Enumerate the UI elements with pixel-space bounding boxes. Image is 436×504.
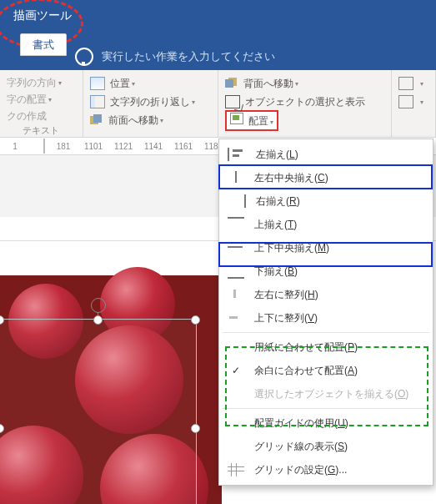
selection-pane-icon [225, 95, 240, 108]
tab-format[interactable]: 書式 [20, 33, 67, 56]
menu-separator [223, 408, 429, 409]
rotate-icon [398, 95, 413, 108]
align-dropdown-menu: 左揃え(L) 左右中央揃え(C) 右揃え(R) 上揃え(T) 上下中央揃え(M)… [218, 139, 433, 486]
wrap-icon [90, 95, 105, 108]
create-link-button[interactable]: クの作成 [7, 108, 76, 124]
align-menu-button[interactable]: 配置▾ [225, 111, 384, 129]
resize-handle[interactable] [191, 424, 200, 433]
ribbon-group-arrange2: 背面へ移動▾ オブジェクトの選択と表示 配置▾ [218, 70, 392, 137]
bring-forward-icon [90, 114, 103, 126]
position-icon [90, 77, 105, 90]
send-backward-icon [225, 78, 238, 89]
resize-handle[interactable] [93, 315, 103, 325]
menu-grid-settings[interactable]: グリッドの設定(G)... [219, 458, 433, 481]
bring-forward-button[interactable]: 前面へ移動▾ [90, 111, 212, 129]
distribute-v-icon [228, 311, 244, 325]
menu-distribute-h[interactable]: 左右に整列(H) [219, 283, 433, 306]
menu-align-left[interactable]: 左揃え(L) [219, 143, 433, 166]
align-bottom-icon [228, 264, 244, 279]
tellme-input[interactable]: 実行したい作業を入力してください [102, 49, 275, 64]
resize-handle[interactable] [0, 424, 4, 433]
resize-handle[interactable] [191, 315, 200, 325]
shape-selection[interactable] [0, 319, 197, 504]
menu-use-guides[interactable]: 配置ガイドの使用(U) [219, 411, 433, 435]
drawing-tools-title: 描画ツール [13, 8, 72, 23]
menu-align-to-margin[interactable]: ✓余白に合わせて配置(A) [219, 359, 433, 382]
align-top-icon [228, 217, 244, 232]
menu-align-selected: 選択したオブジェクトを揃える(O) [219, 382, 433, 406]
rotate-button[interactable]: ▾ [398, 93, 428, 111]
ribbon-group-misc: ▾ ▾ [392, 70, 436, 137]
lightbulb-icon [75, 48, 93, 66]
menu-align-to-page[interactable]: 用紙に合わせて配置(P) [219, 335, 433, 359]
align-text-button[interactable]: 字の配置▾ [7, 91, 76, 108]
distribute-h-icon [228, 288, 244, 301]
wrap-text-button[interactable]: 文字列の折り返し▾ [90, 93, 212, 111]
position-button[interactable]: 位置▾ [90, 74, 212, 93]
ribbon: 字列の方向▾ 字の配置▾ クの作成 テキスト 位置▾ 文字列の折り返し▾ 前面へ… [0, 70, 436, 138]
grid-settings-icon [228, 463, 244, 476]
menu-align-top[interactable]: 上揃え(T) [219, 213, 433, 236]
contextual-tool-titlebar: 描画ツール 書式 [0, 0, 436, 43]
group-icon [398, 77, 413, 90]
menu-align-center-h[interactable]: 左右中央揃え(C) [219, 166, 433, 189]
menu-separator [223, 332, 429, 333]
selection-pane-button[interactable]: オブジェクトの選択と表示 [225, 93, 384, 111]
align-right-icon [228, 194, 246, 208]
menu-align-bottom[interactable]: 下揃え(B) [219, 260, 433, 283]
check-icon: ✓ [228, 365, 244, 376]
menu-align-right[interactable]: 右揃え(R) [219, 189, 433, 213]
ribbon-group-text: 字列の方向▾ 字の配置▾ クの作成 テキスト [0, 70, 83, 137]
align-center-h-icon [228, 171, 244, 184]
ribbon-group-arrange1: 位置▾ 文字列の折り返し▾ 前面へ移動▾ [83, 70, 219, 137]
text-direction-button[interactable]: 字列の方向▾ [7, 74, 76, 91]
group-label-text: テキスト [7, 124, 76, 135]
align-left-icon [228, 148, 246, 161]
menu-show-grid[interactable]: グリッド線の表示(S) [219, 435, 433, 458]
menu-align-middle-v[interactable]: 上下中央揃え(M) [219, 236, 433, 260]
menu-distribute-v[interactable]: 上下に整列(V) [219, 306, 433, 330]
send-backward-button[interactable]: 背面へ移動▾ [225, 74, 384, 93]
group-objects-button[interactable]: ▾ [398, 74, 428, 93]
align-icon [230, 113, 243, 124]
rotate-handle[interactable] [91, 298, 106, 313]
align-middle-v-icon [228, 241, 244, 255]
